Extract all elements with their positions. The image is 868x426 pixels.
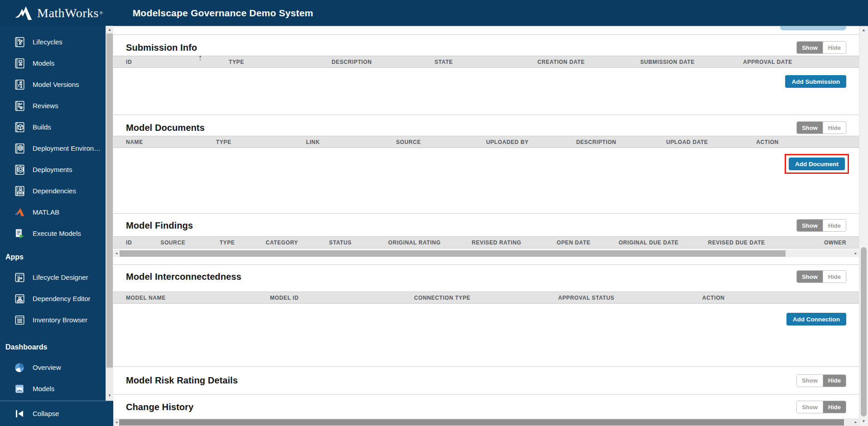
- column-header-description: DESCRIPTION: [576, 139, 666, 145]
- mathworks-logo-icon: [14, 5, 33, 21]
- sidebar-item-models[interactable]: Models: [0, 53, 106, 74]
- sidebar-item-inventory-browser[interactable]: Inventory Browser: [0, 309, 106, 330]
- scroll-down-icon[interactable]: ▼: [859, 419, 868, 423]
- sidebar-item-dependency-editor[interactable]: Dependency Editor: [0, 288, 106, 309]
- sidebar-item-lifecycles[interactable]: Lifecycles: [0, 31, 106, 53]
- show-hide-toggle: Show Hide: [796, 41, 846, 54]
- column-header-original-due-date: ORIGINAL DUE DATE: [619, 239, 708, 246]
- sidebar-nav-list: Lifecycles Models Model Versions: [0, 26, 106, 399]
- hide-button[interactable]: Hide: [823, 42, 846, 53]
- show-button[interactable]: Show: [797, 271, 823, 282]
- model-interconnectedness-section: Model Interconnectedness Show Hide MODEL…: [113, 264, 859, 366]
- show-button[interactable]: Show: [797, 220, 823, 231]
- findings-table-header: ID SOURCE TYPE CATEGORY STATUS ORIGINAL …: [113, 236, 859, 249]
- column-header-approval-date: APPROVAL DATE: [743, 59, 846, 65]
- scroll-left-icon[interactable]: ◄: [113, 418, 120, 426]
- model-documents-section: Model Documents Show Hide NAME TYPE LINK…: [113, 115, 859, 213]
- sidebar-item-label: Models: [33, 59, 54, 67]
- matlab-icon: [14, 206, 25, 218]
- sidebar-item-deployments[interactable]: Deployments: [0, 159, 106, 180]
- sidebar-item-label: Execute Models: [33, 230, 81, 237]
- hide-button[interactable]: Hide: [823, 220, 846, 231]
- column-header-id: ID: [126, 239, 160, 246]
- findings-scrollbar-thumb[interactable]: [120, 250, 786, 257]
- main-horizontal-scrollbar[interactable]: ◄ ►: [113, 418, 859, 426]
- column-header-model-name: MODEL NAME: [126, 295, 270, 301]
- sidebar-item-label: MATLAB: [33, 208, 59, 216]
- sidebar-item-model-versions[interactable]: Model Versions: [0, 74, 106, 95]
- column-header-id: ID ▲▼: [126, 59, 229, 65]
- column-header-action: ACTION: [756, 139, 846, 145]
- sidebar-item-execute-models[interactable]: Execute Models: [0, 223, 106, 244]
- sidebar-item-models-dashboard[interactable]: Models: [0, 378, 106, 399]
- sidebar-item-label: Model Versions: [33, 81, 79, 88]
- sidebar-scrollbar-thumb[interactable]: [106, 34, 113, 368]
- main-vertical-scrollbar-thumb[interactable]: [861, 247, 867, 416]
- collapse-label: Collapse: [33, 410, 59, 417]
- column-header-type: TYPE: [216, 139, 306, 145]
- findings-horizontal-scrollbar[interactable]: ◄ ►: [113, 249, 859, 257]
- main-horizontal-scrollbar-thumb[interactable]: [119, 419, 844, 426]
- model-versions-icon: [14, 79, 25, 91]
- hide-button[interactable]: Hide: [823, 375, 846, 387]
- sidebar-item-builds[interactable]: Builds: [0, 116, 106, 138]
- sidebar-item-deployment-environments[interactable]: Deployment Environm…: [0, 138, 106, 159]
- add-connection-button[interactable]: Add Connection: [786, 313, 846, 325]
- model-findings-section: Model Findings Show Hide ID SOURCE TYPE …: [113, 213, 859, 264]
- column-header-revised-rating: REVISED RATING: [472, 239, 557, 246]
- builds-icon: [14, 121, 25, 133]
- show-hide-toggle: Show Hide: [796, 374, 846, 387]
- sidebar-item-label: Dependencies: [33, 187, 76, 195]
- scrolled-content-strip: [113, 26, 859, 34]
- inventory-browser-icon: [14, 314, 25, 326]
- scroll-right-icon[interactable]: ►: [853, 418, 859, 426]
- add-submission-button[interactable]: Add Submission: [785, 75, 846, 88]
- scroll-right-icon[interactable]: ►: [853, 249, 859, 257]
- submission-info-section: Submission Info Show Hide ID ▲▼ TYPE DES…: [113, 34, 859, 115]
- show-button[interactable]: Show: [797, 375, 823, 387]
- collapse-icon: [14, 408, 25, 420]
- scroll-up-icon[interactable]: ▲: [106, 27, 113, 33]
- section-title: Model Documents: [126, 123, 205, 133]
- hide-button[interactable]: Hide: [823, 271, 846, 282]
- column-header-original-rating: ORIGINAL RATING: [388, 239, 472, 246]
- change-history-section: Change History Show Hide: [113, 394, 859, 419]
- show-hide-toggle: Show Hide: [796, 121, 846, 134]
- add-document-button[interactable]: Add Document: [789, 158, 845, 170]
- execute-models-icon: [14, 228, 25, 239]
- hide-button[interactable]: Hide: [823, 122, 846, 134]
- scroll-down-icon[interactable]: ▼: [106, 392, 113, 399]
- show-button[interactable]: Show: [797, 42, 823, 53]
- show-button[interactable]: Show: [797, 401, 823, 413]
- sidebar-item-matlab[interactable]: MATLAB: [0, 201, 106, 223]
- sidebar-item-lifecycle-designer[interactable]: Lifecycle Designer: [0, 267, 106, 288]
- sidebar-item-dependencies[interactable]: Dependencies: [0, 180, 106, 201]
- sidebar-item-label: Overview: [33, 364, 61, 371]
- deployments-icon: [14, 164, 25, 176]
- brand-name: MathWorks: [37, 6, 99, 20]
- show-button[interactable]: Show: [797, 122, 823, 134]
- column-header-uploaded-by: UPLOADED BY: [486, 139, 576, 145]
- sidebar-item-label: Models: [33, 385, 54, 392]
- sidebar-item-overview[interactable]: Overview: [0, 357, 106, 378]
- sidebar-item-reviews[interactable]: Reviews: [0, 95, 106, 116]
- scroll-up-icon[interactable]: ▲: [859, 28, 868, 32]
- column-header-status: STATUS: [329, 239, 388, 246]
- models-icon: [14, 57, 25, 69]
- mathworks-brand[interactable]: MathWorks®: [14, 5, 103, 21]
- section-title: Model Findings: [126, 220, 193, 231]
- main-vertical-scrollbar[interactable]: ▲ ▼: [859, 26, 868, 426]
- column-header-category: CATEGORY: [265, 239, 329, 246]
- column-header-state: STATE: [434, 59, 537, 65]
- dependency-editor-icon: [14, 293, 25, 305]
- sidebar-item-label: Deployment Environm…: [33, 144, 106, 152]
- partially-visible-button[interactable]: [780, 26, 846, 30]
- sort-icon[interactable]: ▲▼: [198, 55, 203, 62]
- hide-button[interactable]: Hide: [823, 401, 846, 413]
- sidebar-scrollbar[interactable]: ▲ ▼: [106, 26, 113, 401]
- app-window: MathWorks® Modelscape Governance Demo Sy…: [0, 0, 868, 426]
- deployment-environments-icon: [14, 143, 25, 154]
- column-header-upload-date: UPLOAD DATE: [666, 139, 757, 145]
- scroll-left-icon[interactable]: ◄: [113, 249, 120, 257]
- sidebar-collapse-button[interactable]: Collapse: [0, 401, 113, 426]
